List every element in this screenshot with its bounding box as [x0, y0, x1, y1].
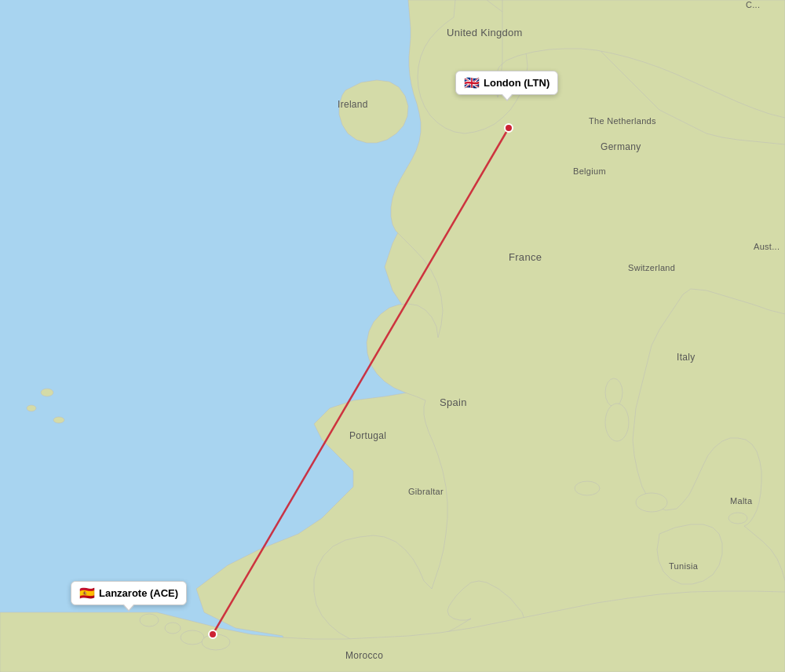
svg-point-7: [53, 417, 64, 423]
svg-point-8: [636, 493, 667, 512]
svg-point-9: [728, 513, 747, 524]
map-container: United Kingdom Ireland France Spain Port…: [0, 0, 785, 672]
svg-point-12: [605, 404, 629, 441]
map-svg: [0, 0, 785, 672]
svg-point-5: [41, 389, 53, 396]
svg-point-10: [575, 481, 600, 495]
svg-point-15: [209, 630, 217, 638]
svg-point-1: [140, 614, 159, 626]
svg-point-14: [505, 124, 513, 132]
svg-point-11: [605, 378, 623, 407]
svg-point-6: [27, 405, 36, 411]
svg-point-3: [181, 630, 204, 645]
svg-point-2: [165, 623, 181, 634]
